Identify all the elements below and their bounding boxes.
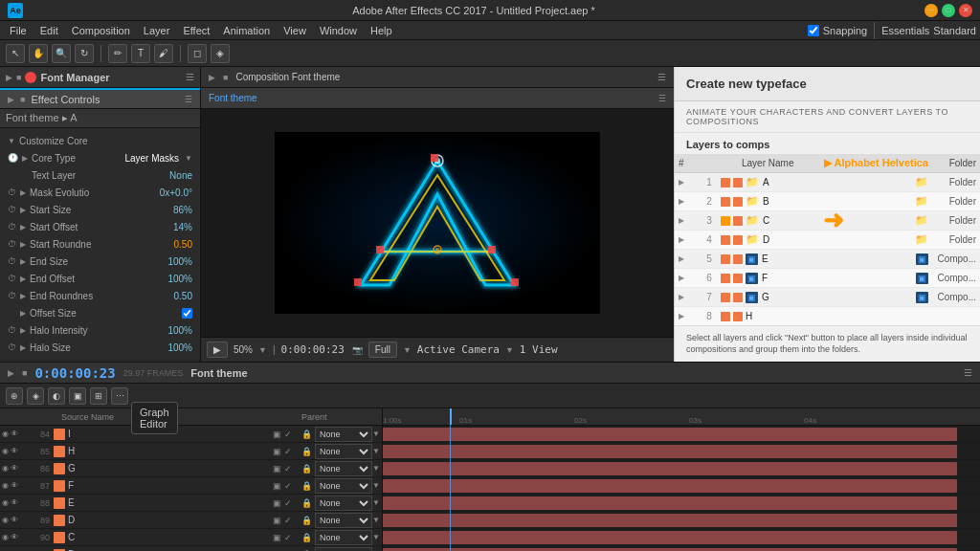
tl-vis-88[interactable]: 👁 (11, 498, 18, 507)
menu-animation[interactable]: Animation (217, 23, 276, 38)
tl-layer-row-86[interactable]: ◉ 👁 86 G ▣ ✓ 🔒 None ▼ (0, 460, 382, 477)
ec-row-endround[interactable]: ⏱ ▶ End Roundnes 0.50 (6, 287, 194, 304)
tl-parent-dropdown-85[interactable]: ▼ (372, 447, 380, 455)
timeline-menu[interactable]: ☰ (964, 367, 972, 378)
layer-row-5[interactable]: ▶ 5 ▣ E ▣ Compo... (675, 250, 980, 269)
tl-layer-row-87[interactable]: ◉ 👁 87 F ▣ ✓ 🔒 None ▼ (0, 477, 382, 495)
comp-menu[interactable]: ☰ (657, 72, 666, 82)
tool-brush[interactable]: 🖌 (154, 44, 173, 63)
ec-row-textlayer[interactable]: 🕐 ▶ Text Layer None (6, 166, 194, 184)
menu-layer[interactable]: Layer (138, 23, 176, 38)
tl-lock-84[interactable]: 🔒 (301, 430, 315, 439)
tl-lock-90[interactable]: 🔒 (301, 533, 315, 542)
tl-lock-87[interactable]: 🔒 (301, 481, 315, 491)
tl-vis-86[interactable]: 👁 (11, 464, 18, 473)
tl-parent-dropdown-87[interactable]: ▼ (372, 481, 380, 490)
ec-row-startoffset[interactable]: ⏱ ▶ Start Offset 14% (6, 218, 194, 235)
close-button[interactable]: ✕ (959, 4, 972, 17)
menu-help[interactable]: Help (365, 23, 398, 38)
tl-parent-88[interactable]: None (315, 496, 372, 511)
tl-layer-row-90[interactable]: ◉ 👁 90 C ▣ ✓ 🔒 None ▼ (0, 529, 382, 546)
menu-view[interactable]: View (278, 23, 312, 38)
minimize-button[interactable]: ─ (924, 4, 938, 17)
effect-controls-tab[interactable]: ▶ ■ Effect Controls ☰ (0, 88, 200, 109)
tl-btn-graph-editor[interactable]: ⋯ Graph Editor (111, 387, 128, 405)
tl-vis-89[interactable]: 👁 (11, 516, 18, 524)
tl-layer-row-84[interactable]: ◉ 👁 84 I ▣ ✓ 🔒 None ▼ (0, 426, 382, 443)
tl-solo-84[interactable]: ◉ (2, 430, 9, 438)
menu-file[interactable]: File (4, 23, 33, 38)
tl-parent-dropdown-84[interactable]: ▼ (372, 430, 380, 438)
tl-layer-row-88[interactable]: ◉ 👁 88 E ▣ ✓ 🔒 None ▼ (0, 495, 382, 512)
layer-row-8[interactable]: ▶ 8 H (675, 307, 980, 325)
ec-row-endsize[interactable]: ⏱ ▶ End Size 100% (6, 253, 194, 270)
camera-icon[interactable]: 📷 (352, 345, 363, 355)
menu-composition[interactable]: Composition (66, 23, 136, 38)
snapping-checkbox[interactable] (808, 25, 819, 36)
layer-row-7[interactable]: ▶ 7 ▣ G ▣ Compo... (675, 288, 980, 307)
comp-tab-menu[interactable]: ☰ (658, 94, 666, 103)
tl-parent-87[interactable]: None (315, 478, 372, 494)
ec-row-offsetsize[interactable]: ⏱ ▶ Offset Size (6, 304, 194, 321)
tl-parent-90[interactable]: None (315, 530, 372, 545)
ec-row-startround[interactable]: ⏱ ▶ Start Roundne 0.50 (6, 235, 194, 253)
tl-btn-2[interactable]: ◈ (27, 387, 44, 405)
tl-btn-5[interactable]: ⊞ (90, 387, 107, 405)
tl-lock-85[interactable]: 🔒 (301, 447, 315, 456)
effect-controls-menu[interactable]: ☰ (185, 95, 192, 104)
tl-parent-86[interactable]: None (315, 461, 372, 476)
quality-dropdown[interactable]: ▼ (403, 345, 412, 355)
timeline-playhead[interactable] (450, 408, 452, 425)
tl-solo-89[interactable]: ◉ (2, 516, 9, 524)
ec-row-halointensity[interactable]: ⏱ ▶ Halo Intensity 100% (6, 321, 194, 339)
tl-solo-88[interactable]: ◉ (2, 498, 9, 507)
tl-btn-1[interactable]: ⊕ (6, 387, 23, 405)
tl-parent-dropdown-88[interactable]: ▼ (372, 498, 380, 507)
tool-text[interactable]: T (131, 44, 150, 63)
tl-solo-90[interactable]: ◉ (2, 533, 9, 541)
maximize-button[interactable]: □ (942, 4, 955, 17)
tl-parent-89[interactable]: None (315, 513, 372, 528)
ec-section-toggle[interactable]: ▼ Customize Core (6, 132, 194, 149)
workspace-essentials[interactable]: Essentials (881, 25, 929, 36)
layer-row-1[interactable]: ▶ 1 📁 A 📁 Folder (675, 173, 980, 192)
tl-btn-4[interactable]: ▣ (69, 387, 86, 405)
tl-layer-row-85[interactable]: ◉ 👁 85 H ▣ ✓ 🔒 None ▼ (0, 443, 382, 460)
menu-window[interactable]: Window (314, 23, 363, 38)
tl-parent-dropdown-89[interactable]: ▼ (372, 516, 380, 524)
tl-lock-86[interactable]: 🔒 (301, 464, 315, 474)
tool-select[interactable]: ↖ (6, 44, 25, 63)
layer-row-3[interactable]: ▶ 3 📁 C ➜ 📁 Folder (675, 211, 980, 231)
tl-vis-84[interactable]: 👁 (11, 430, 18, 438)
tool-zoom[interactable]: 🔍 (52, 44, 71, 63)
tl-parent-dropdown-90[interactable]: ▼ (372, 533, 380, 541)
tl-solo-87[interactable]: ◉ (2, 481, 9, 490)
layer-row-6[interactable]: ▶ 6 ▣ F ▣ Compo... (675, 269, 980, 288)
tl-layer-row-89[interactable]: ◉ 👁 89 D ▣ ✓ 🔒 None ▼ (0, 512, 382, 529)
ec-offsetsize-checkbox[interactable] (182, 308, 192, 319)
camera-dropdown[interactable]: ▼ (505, 345, 514, 355)
tl-btn-3[interactable]: ◐ (48, 387, 65, 405)
menu-effect[interactable]: Effect (177, 23, 215, 38)
menu-edit[interactable]: Edit (34, 23, 64, 38)
tool-shape[interactable]: ◻ (188, 44, 207, 63)
tl-lock-88[interactable]: 🔒 (301, 498, 315, 508)
tl-parent-dropdown-86[interactable]: ▼ (372, 464, 380, 473)
tool-rotate[interactable]: ↻ (75, 44, 94, 63)
tl-lock-89[interactable]: 🔒 (301, 516, 315, 525)
workspace-standard[interactable]: Standard (933, 25, 976, 36)
tl-solo-85[interactable]: ◉ (2, 447, 9, 455)
quality-btn[interactable]: Full (368, 342, 397, 358)
tl-vis-87[interactable]: 👁 (11, 481, 18, 490)
ec-row-endoffset[interactable]: ⏱ ▶ End Offset 100% (6, 270, 194, 287)
tl-solo-86[interactable]: ◉ (2, 464, 9, 473)
tl-vis-90[interactable]: 👁 (11, 533, 18, 541)
zoom-dropdown[interactable]: ▼ (258, 345, 267, 355)
ec-row-coretype[interactable]: 🕐 ▶ Core Type Layer Masks ▼ (6, 149, 194, 166)
tool-puppet[interactable]: ◈ (211, 44, 230, 63)
tl-parent-84[interactable]: None (315, 427, 372, 442)
ec-row-maskevo[interactable]: ⏱ ▶ Mask Evolutio 0x+0.0° (6, 184, 194, 201)
tl-vis-85[interactable]: 👁 (11, 447, 18, 455)
comp-tab-label[interactable]: Font theme (209, 93, 257, 103)
tl-parent-85[interactable]: None (315, 444, 372, 459)
